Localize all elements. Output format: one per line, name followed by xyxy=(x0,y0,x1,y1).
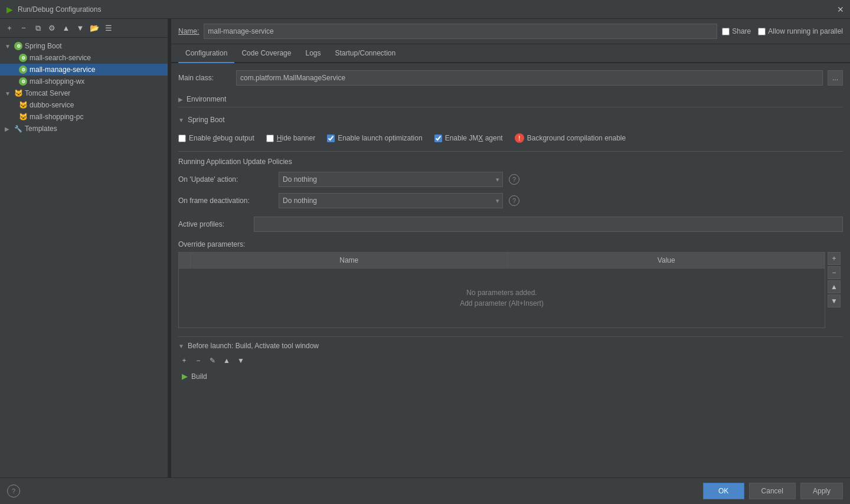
spring-boot-arrow: ▼ xyxy=(5,43,12,50)
allow-parallel-checkbox-label[interactable]: Allow running in parallel xyxy=(758,27,843,35)
close-button[interactable]: ✕ xyxy=(836,5,845,14)
enable-launch-checkbox[interactable] xyxy=(327,135,335,142)
sidebar-item-mall-manage-service[interactable]: ⚙ mall-manage-service xyxy=(0,64,168,76)
enable-debug-checkbox-label[interactable]: Enable debug output xyxy=(178,134,254,142)
tree-group-spring-boot-header[interactable]: ▼ ⚙ Spring Boot xyxy=(0,40,168,52)
add-parameter-link[interactable]: Add parameter (Alt+Insert) xyxy=(460,299,544,307)
policy-update-row: On 'Update' action: Do nothing Update cl… xyxy=(178,172,843,187)
params-remove-button[interactable]: − xyxy=(828,266,841,279)
sort-button[interactable]: ☰ xyxy=(103,22,115,34)
main-class-browse-button[interactable]: ... xyxy=(828,70,843,86)
mall-shopping-pc-icon: 🐱 xyxy=(19,113,27,121)
params-table-wrapper: Name Value No parameters added. Add para… xyxy=(178,252,825,328)
params-table: Name Value No parameters added. Add para… xyxy=(178,252,825,328)
bl-edit-button[interactable]: ✎ xyxy=(207,355,218,366)
tab-configuration[interactable]: Configuration xyxy=(178,44,234,63)
folder-button[interactable]: 📂 xyxy=(89,22,100,34)
enable-jmx-checkbox[interactable] xyxy=(434,135,442,142)
app-icon: ▶ xyxy=(5,5,14,14)
params-up-button[interactable]: ▲ xyxy=(828,280,841,293)
enable-debug-checkbox[interactable] xyxy=(178,135,186,142)
apply-button[interactable]: Apply xyxy=(800,483,843,499)
policies-title: Running Application Update Policies xyxy=(178,158,843,166)
params-col-value: Value xyxy=(508,253,825,268)
allow-parallel-checkbox[interactable] xyxy=(758,28,766,35)
name-input[interactable] xyxy=(204,24,717,39)
bottom-bar: ? OK Cancel Apply xyxy=(0,477,850,504)
tomcat-arrow: ▼ xyxy=(5,90,12,97)
active-profiles-row: Active profiles: xyxy=(178,217,843,232)
build-label: Build xyxy=(191,372,207,381)
bl-up-button[interactable]: ▲ xyxy=(221,355,233,366)
sidebar: + − ⧉ ⚙ ▲ ▼ 📂 ☰ ▼ ⚙ Spring Boot ⚙ mall-s… xyxy=(0,19,168,477)
enable-launch-checkbox-label[interactable]: Enable launch optimization xyxy=(327,134,422,142)
tab-startup-connection[interactable]: Startup/Connection xyxy=(328,44,403,63)
policy-update-select-wrapper: Do nothing Update classes and resources … xyxy=(279,172,503,187)
sidebar-item-mall-shopping-wx[interactable]: ⚙ mall-shopping-wx xyxy=(0,76,168,87)
cancel-button[interactable]: Cancel xyxy=(749,483,796,499)
add-config-button[interactable]: + xyxy=(4,22,15,34)
spring-boot-icon: ⚙ xyxy=(14,42,22,50)
policies-section: Running Application Update Policies On '… xyxy=(178,151,843,208)
share-checkbox-label[interactable]: Share xyxy=(722,27,751,35)
enable-jmx-label: Enable JMX agent xyxy=(445,134,503,142)
spring-section-header[interactable]: ▼ Spring Boot xyxy=(178,112,843,127)
policy-update-label: On 'Update' action: xyxy=(178,175,273,184)
add-param-label: Add parameter xyxy=(460,299,506,307)
title-bar-text: Run/Debug Configurations xyxy=(18,5,101,14)
tree-group-tomcat-header[interactable]: ▼ 🐱 Tomcat Server xyxy=(0,87,168,99)
move-up-button[interactable]: ▲ xyxy=(60,22,72,34)
hide-banner-checkbox[interactable] xyxy=(266,135,274,142)
help-button[interactable]: ? xyxy=(7,485,20,498)
sidebar-item-dubbo-service[interactable]: 🐱 dubbo-service xyxy=(0,99,168,111)
policy-update-help-icon[interactable]: ? xyxy=(509,174,519,185)
spring-section-arrow: ▼ xyxy=(178,117,184,123)
mall-manage-service-label: mall-manage-service xyxy=(30,66,95,74)
main-class-row: Main class: ... xyxy=(178,70,843,86)
bl-remove-button[interactable]: − xyxy=(192,355,204,366)
active-profiles-input[interactable] xyxy=(254,217,843,232)
mall-shopping-pc-label: mall-shopping-pc xyxy=(30,113,83,121)
share-checkbox[interactable] xyxy=(722,28,730,35)
policy-frame-select[interactable]: Do nothing Update classes and resources … xyxy=(279,193,503,208)
sidebar-item-mall-search-service[interactable]: ⚙ mall-search-service xyxy=(0,52,168,64)
form-content: Main class: ... ▶ Environment ▼ Spring B… xyxy=(171,63,850,477)
tree-group-templates-header[interactable]: ▶ 🔧 Templates xyxy=(0,123,168,135)
tomcat-icon: 🐱 xyxy=(14,89,22,97)
tomcat-server-label: Tomcat Server xyxy=(25,89,70,97)
policy-frame-help-icon[interactable]: ? xyxy=(509,195,519,206)
checkboxes-row: Enable debug output Hide banner Enable l… xyxy=(178,133,843,143)
params-col-selection xyxy=(179,253,191,268)
build-launch-item[interactable]: ▶ Build xyxy=(178,370,843,382)
main-class-label: Main class: xyxy=(178,74,231,82)
environment-section-header[interactable]: ▶ Environment xyxy=(178,91,843,107)
main-class-input[interactable] xyxy=(236,70,823,86)
sidebar-item-mall-shopping-pc[interactable]: 🐱 mall-shopping-pc xyxy=(0,111,168,123)
policy-update-select[interactable]: Do nothing Update classes and resources … xyxy=(279,172,503,187)
hide-banner-checkbox-label[interactable]: Hide banner xyxy=(266,134,315,142)
spring-boot-label: Spring Boot xyxy=(25,42,62,50)
policy-frame-row: On frame deactivation: Do nothing Update… xyxy=(178,193,843,208)
remove-config-button[interactable]: − xyxy=(18,22,30,34)
bg-compilation-item: ! Background compilation enable xyxy=(515,133,626,143)
sidebar-toolbar: + − ⧉ ⚙ ▲ ▼ 📂 ☰ xyxy=(0,19,168,38)
enable-jmx-checkbox-label[interactable]: Enable JMX agent xyxy=(434,134,503,142)
no-params-text: No parameters added. xyxy=(466,289,537,297)
share-label: Share xyxy=(732,27,751,35)
params-col-name: Name xyxy=(191,253,508,268)
enable-launch-label: Enable launch optimization xyxy=(338,134,422,142)
before-launch-header[interactable]: ▼ Before launch: Build, Activate tool wi… xyxy=(178,342,843,350)
ok-button[interactable]: OK xyxy=(703,483,744,499)
copy-config-button[interactable]: ⧉ xyxy=(32,22,44,34)
params-down-button[interactable]: ▼ xyxy=(828,294,841,307)
settings-button[interactable]: ⚙ xyxy=(46,22,58,34)
bl-down-button[interactable]: ▼ xyxy=(235,355,247,366)
move-down-button[interactable]: ▼ xyxy=(74,22,86,34)
enable-debug-label: Enable debug output xyxy=(189,134,254,142)
tab-logs[interactable]: Logs xyxy=(298,44,328,63)
tab-code-coverage[interactable]: Code Coverage xyxy=(234,44,298,63)
bl-add-button[interactable]: + xyxy=(178,355,190,366)
before-launch-toolbar: + − ✎ ▲ ▼ xyxy=(178,355,843,366)
params-add-button[interactable]: + xyxy=(828,252,841,265)
dubbo-icon: 🐱 xyxy=(19,101,27,109)
